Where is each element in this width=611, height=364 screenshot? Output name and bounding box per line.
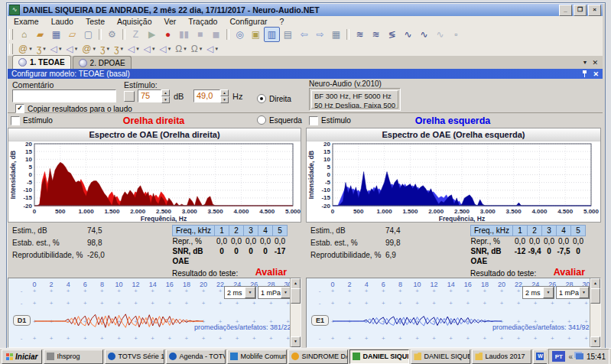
right-ear-amp-scale-select[interactable]: 1 mPa ▼ <box>258 286 291 299</box>
chevron-down-icon[interactable]: ▼ <box>543 287 554 298</box>
ear-n-icon[interactable]: ʒ▾ <box>98 42 112 56</box>
tabstrip-dropdown-button[interactable]: ▼ <box>583 60 588 65</box>
level-spin-down[interactable]: ▼ <box>161 96 170 103</box>
tab-1-teoae[interactable]: 1. TEOAE <box>12 55 71 69</box>
speaker-f-icon[interactable]: ◁▾ <box>204 42 220 56</box>
speaker-b-icon[interactable]: ◁▾ <box>64 42 80 56</box>
comment-input[interactable] <box>12 89 116 102</box>
menu-item-?[interactable]: ? <box>273 17 290 26</box>
level-value[interactable]: 75 <box>138 89 161 102</box>
pause-icon[interactable]: ▮▮ <box>176 27 192 42</box>
network-icon[interactable] <box>576 353 583 359</box>
speaker-d-icon[interactable]: ◁▾ <box>141 42 158 56</box>
taskbar-button-laudos-2017[interactable]: Laudos 2017 <box>472 349 531 364</box>
open-exam-icon[interactable]: ▰ <box>32 27 48 42</box>
scroll-up-icon[interactable]: ▲ <box>291 278 301 289</box>
settings-wrench-icon[interactable]: ⚙ <box>104 27 120 42</box>
menu-item-traado[interactable]: Traçado <box>182 17 223 26</box>
model-bar-close-button[interactable]: ✕ <box>593 70 599 78</box>
tab-2-dpoae[interactable]: 2. DPOAE <box>73 56 132 69</box>
selection-box-icon[interactable]: ▫ <box>448 27 464 42</box>
headset-b-icon[interactable]: Ω▾ <box>189 42 205 56</box>
result-value[interactable]: Avaliar <box>255 267 287 278</box>
taskbar-button-sindrome-da-[interactable]: SINDROME DA ... <box>288 349 348 364</box>
menu-item-exame[interactable]: Exame <box>8 17 45 26</box>
headset-b-icon-dropdown-icon[interactable]: ▾ <box>200 46 203 52</box>
freq-spin-up[interactable]: ▲ <box>220 89 229 96</box>
taskbar-button-eoepd-ausent-[interactable]: WEOEPD - Ausent... <box>533 349 547 364</box>
wave-single-icon[interactable]: ∿ <box>400 27 416 42</box>
ear-probe-icon-dropdown-icon[interactable]: ▾ <box>43 46 46 52</box>
speaker-a-icon[interactable]: ◁▾ <box>48 42 64 56</box>
speaker-a-icon-dropdown-icon[interactable]: ▾ <box>59 46 62 52</box>
left-ear-time-scale-select[interactable]: 2 ms ▼ <box>522 286 554 299</box>
freq-value[interactable]: 49,0 <box>193 89 220 102</box>
traces-expand-icon[interactable]: ≋ <box>368 27 384 42</box>
checkbox-unchecked-icon[interactable] <box>309 116 318 125</box>
save-exam-icon[interactable]: ▦ <box>48 27 64 42</box>
speaker-f-icon-dropdown-icon[interactable]: ▾ <box>216 46 219 52</box>
menu-item-teste[interactable]: Teste <box>80 17 111 26</box>
right-ear-stimulus-checkbox[interactable]: Estímulo <box>8 116 53 125</box>
wave-delete-icon[interactable]: ∿ <box>432 27 448 42</box>
restore-button[interactable]: ❒ <box>574 5 587 16</box>
ear-right-radio[interactable]: Direita <box>254 94 611 103</box>
speaker-e-icon[interactable]: ◁▾ <box>158 42 174 56</box>
taskbar-button-totvs-s-rie-1-s-[interactable]: TOTVS Série 1 S... <box>105 349 164 364</box>
impedance-z-icon[interactable]: Z <box>128 27 144 42</box>
stop-icon[interactable]: ■ <box>192 27 208 42</box>
taskbar-button-daniel-siquei-[interactable]: DANIEL SIQUEI... <box>411 349 470 364</box>
lock-icon[interactable]: ▣ <box>248 27 264 42</box>
right-ear-trace-label[interactable]: D1 <box>13 315 31 326</box>
ear-wave-icon-dropdown-icon[interactable]: ▾ <box>121 46 124 52</box>
left-ear-amp-scale-select[interactable]: 1 mPa ▼ <box>556 286 590 299</box>
checkbox-unchecked-icon[interactable] <box>11 116 20 125</box>
chevron-down-icon[interactable]: ▼ <box>245 287 255 298</box>
scroll-thumb[interactable] <box>590 288 600 304</box>
menu-item-configurar[interactable]: Configurar <box>223 17 273 26</box>
freq-spinner[interactable]: 49,0 ▲▼ <box>193 89 229 102</box>
menu-item-ver[interactable]: Ver <box>158 17 183 26</box>
scroll-down-icon[interactable]: ▼ <box>590 336 600 347</box>
taskbar-button-agenda-totvs[interactable]: Agenda - TOTVS <box>166 349 226 364</box>
probe-fit-icon-dropdown-icon[interactable]: ▾ <box>29 46 32 52</box>
traces-compress-icon[interactable]: ≋ <box>352 27 368 42</box>
ear-probe-icon[interactable]: ʒ▾ <box>34 42 48 56</box>
chevron-down-icon[interactable]: ▼ <box>579 287 589 298</box>
taskbar-button-moblife-comunic-[interactable]: Moblife Comunic... <box>227 349 287 364</box>
headset-a-icon[interactable]: Ω▾ <box>173 42 189 56</box>
export-exam-icon[interactable]: ▱ <box>64 27 80 42</box>
stop-all-icon[interactable]: ◼ <box>208 27 224 42</box>
speaker-c-icon-dropdown-icon[interactable]: ▾ <box>136 46 139 52</box>
arrow-left-icon[interactable]: ⇦ <box>296 27 312 42</box>
stimulus-options-button[interactable] <box>124 91 135 102</box>
ear-n-icon-dropdown-icon[interactable]: ▾ <box>107 46 110 52</box>
copy-results-checkbox[interactable]: ✓ Copiar resultados para o laudo <box>12 104 607 113</box>
left-ear-scrollbar[interactable]: ▲ ▼ <box>590 278 600 347</box>
tabstrip-close-button[interactable]: ✕ <box>592 59 598 67</box>
play-icon[interactable]: ▶ <box>144 27 160 42</box>
close-button[interactable]: × <box>588 5 601 16</box>
speaker-e-icon-dropdown-icon[interactable]: ▾ <box>168 46 171 52</box>
new-exam-icon[interactable]: ▢ <box>80 27 96 42</box>
ear-wave-icon[interactable]: ʒ▾ <box>112 42 125 56</box>
exit-icon[interactable]: ⌂ <box>16 27 32 42</box>
menu-item-laudo[interactable]: Laudo <box>45 17 80 26</box>
tray-chevron-icon[interactable]: « <box>568 353 573 361</box>
probe-fit-icon[interactable]: @▾ <box>16 42 34 56</box>
title-bar[interactable]: ∿ DANIEL SIQUEIRA DE ANDRADE, 2 mês 22 d… <box>8 4 603 16</box>
language-indicator[interactable]: PT <box>552 351 565 362</box>
pin-icon[interactable] <box>582 70 587 77</box>
level-spin-up[interactable]: ▲ <box>161 89 170 96</box>
freq-spin-down[interactable]: ▼ <box>220 96 229 103</box>
checkbox-checked-icon[interactable]: ✓ <box>15 104 24 113</box>
scroll-up-icon[interactable]: ▲ <box>590 278 600 289</box>
display-icon[interactable]: ▤ <box>280 27 296 42</box>
wave-marker-icon[interactable]: ∿ <box>416 27 432 42</box>
left-ear-stimulus-checkbox[interactable]: Estímulo <box>306 116 351 125</box>
minimize-button[interactable]: _ <box>559 5 572 16</box>
scroll-down-icon[interactable]: ▼ <box>291 336 301 347</box>
speaker-b-icon-dropdown-icon[interactable]: ▾ <box>75 46 78 52</box>
monitor-icon[interactable]: ▥ <box>264 27 280 42</box>
record-icon[interactable]: ● <box>160 27 176 42</box>
